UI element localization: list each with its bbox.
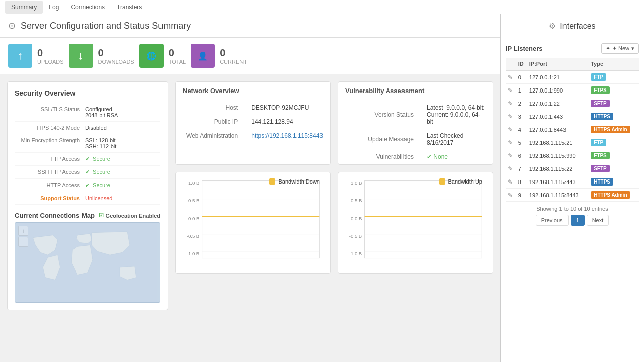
new-icon: ✦	[606, 45, 610, 52]
web-admin-link[interactable]: https://192.168.1.115:8443	[251, 132, 323, 139]
row-id: 2	[516, 97, 527, 110]
bandwidth-down-chart: Bandwidth Down 1.0 B 0.5 B 0.0 B -0.5 B …	[176, 172, 330, 273]
table-row: ✎ 0 127.0.0.1:21 FTP	[506, 70, 639, 84]
stat-downloads: ↓ 0 DOWNLOADS	[69, 44, 134, 68]
page-header: ⊙ Server Configuration and Status Summar…	[0, 14, 500, 38]
row-ip-port: 127.0.0.1:21	[527, 70, 589, 84]
svg-text:-0.5 B: -0.5 B	[349, 233, 362, 239]
row-type: FTPS	[589, 84, 639, 97]
map-section: Current Connections Map ☑ Geolocation En…	[15, 212, 160, 303]
row-ip-port: 127.0.0.1:443	[527, 110, 589, 123]
security-row-encryption: Min Encryption Strength SSL: 128-bitSSH:…	[15, 134, 160, 153]
charts-row: Bandwidth Down 1.0 B 0.5 B 0.0 B -0.5 B …	[175, 172, 493, 274]
edit-icon[interactable]: ✎	[508, 100, 513, 107]
total-count: 0	[169, 47, 186, 59]
ip-listeners-title: IP Listeners	[506, 45, 542, 52]
edit-icon[interactable]: ✎	[508, 152, 513, 159]
network-table: Host DESKTOP-92MCJFU Public IP 144.121.1…	[176, 100, 330, 143]
row-type: SFTP	[589, 162, 639, 175]
row-ip-port: 192.168.1.115:22	[527, 162, 589, 175]
row-id: 9	[516, 189, 527, 202]
legend-dot	[269, 178, 275, 185]
next-button[interactable]: Next	[587, 215, 609, 226]
downloads-label: DOWNLOADS	[98, 59, 134, 65]
layout: ⊙ Server Configuration and Status Summar…	[0, 14, 644, 362]
svg-text:-1.0 B: -1.0 B	[187, 251, 199, 256]
legend-label: Bandwidth Up	[448, 178, 483, 185]
row-id: 3	[516, 110, 527, 123]
security-row-support: Support Status Unlicensed	[15, 192, 160, 205]
map-container: + −	[15, 222, 160, 303]
col-edit	[506, 58, 516, 70]
page-title: Server Configuration and Status Summary	[21, 21, 191, 31]
type-badge: FTP	[591, 73, 606, 81]
nav-transfers[interactable]: Transfers	[111, 1, 148, 14]
security-row-ftp-access: FTP Access ✔ Secure	[15, 153, 160, 166]
svg-text:1.0 B: 1.0 B	[351, 180, 362, 186]
bandwidth-down-svg: 1.0 B 0.5 B 0.0 B -0.5 B -1.0 B	[181, 176, 325, 262]
page-1-button[interactable]: 1	[571, 215, 585, 226]
table-row: ✎ 9 192.168.1.115:8443 HTTPS Admin	[506, 189, 639, 202]
edit-icon[interactable]: ✎	[508, 113, 513, 120]
edit-icon[interactable]: ✎	[508, 165, 513, 172]
pagination: Previous 1 Next	[506, 215, 639, 226]
vulnerability-table: Version Status Latest 9.0.0.0, 64-bitCur…	[338, 100, 493, 164]
row-id: 1	[516, 84, 527, 97]
security-row-ssl: SSL/TLS Status Configured2048-bit RSA	[15, 103, 160, 122]
row-type: FTPS	[589, 149, 639, 162]
type-badge: HTTPS	[591, 178, 613, 186]
nav-connections[interactable]: Connections	[65, 1, 111, 14]
security-section: Security Overview SSL/TLS Status Configu…	[8, 82, 168, 310]
edit-icon[interactable]: ✎	[508, 139, 513, 146]
svg-text:0.5 B: 0.5 B	[188, 198, 199, 203]
col-ip-port: IP:Port	[527, 58, 589, 70]
chevron-down-icon: ▾	[631, 45, 634, 52]
svg-text:-0.5 B: -0.5 B	[187, 233, 199, 239]
bandwidth-up-card: Bandwidth Up 1.0 B 0.5 B 0.0 B -0.5 B -1…	[338, 172, 493, 274]
edit-icon[interactable]: ✎	[508, 87, 513, 94]
previous-button[interactable]: Previous	[536, 215, 569, 226]
row-ip-port: 192.168.1.115:443	[527, 175, 589, 189]
table-row: ✎ 8 192.168.1.115:443 HTTPS	[506, 175, 639, 189]
type-badge: SFTP	[591, 100, 610, 107]
col-id: ID	[516, 58, 527, 70]
top-nav: Summary Log Connections Transfers	[0, 0, 644, 14]
row-id: 4	[516, 123, 527, 136]
nav-log[interactable]: Log	[43, 1, 65, 14]
stat-total: 🌐 0 TOTAL	[139, 44, 186, 68]
edit-icon[interactable]: ✎	[508, 178, 513, 186]
table-row: Update Message Last Checked 8/16/2017	[339, 129, 492, 149]
edit-icon[interactable]: ✎	[508, 126, 513, 133]
row-id: 8	[516, 175, 527, 189]
bandwidth-up-legend: Bandwidth Up	[439, 178, 483, 185]
uploads-icon: ↑	[8, 44, 32, 68]
type-badge: HTTPS	[591, 113, 613, 120]
current-label: CURRENT	[220, 59, 247, 65]
downloads-count: 0	[98, 47, 134, 59]
top-row: Security Overview SSL/TLS Status Configu…	[7, 81, 493, 310]
edit-icon[interactable]: ✎	[508, 74, 513, 81]
security-row-http-access: HTTP Access ✔ Secure	[15, 179, 160, 192]
network-card: Network Overview Host DESKTOP-92MCJFU Pu…	[175, 81, 331, 165]
row-type: HTTPS Admin	[589, 189, 639, 202]
edit-icon[interactable]: ✎	[508, 192, 513, 199]
ip-listeners-header: IP Listeners ✦ ✦ New ▾	[506, 43, 639, 54]
security-row-fips: FIPS 140-2 Mode Disabled	[15, 122, 160, 134]
table-row: Web Administration https://192.168.1.115…	[177, 129, 329, 142]
stat-current: 👤 0 CURRENT	[191, 44, 247, 68]
row-ip-port: 127.0.0.1:990	[527, 84, 589, 97]
row-id: 0	[516, 70, 527, 84]
main-panel: ⊙ Server Configuration and Status Summar…	[0, 14, 501, 362]
table-row: ✎ 5 192.168.1.115:21 FTP	[506, 136, 639, 149]
security-title: Security Overview	[15, 89, 160, 97]
svg-rect-17	[365, 181, 482, 258]
col-type: Type	[589, 58, 639, 70]
security-card: Security Overview SSL/TLS Status Configu…	[7, 81, 168, 310]
bandwidth-up-chart: Bandwidth Up 1.0 B 0.5 B 0.0 B -0.5 B -1…	[338, 172, 493, 273]
server-icon: ⊙	[8, 20, 16, 31]
svg-rect-6	[202, 181, 320, 258]
downloads-icon: ↓	[69, 44, 93, 68]
new-listener-button[interactable]: ✦ ✦ New ▾	[601, 43, 639, 54]
total-label: TOTAL	[169, 59, 186, 65]
nav-summary[interactable]: Summary	[5, 1, 43, 14]
